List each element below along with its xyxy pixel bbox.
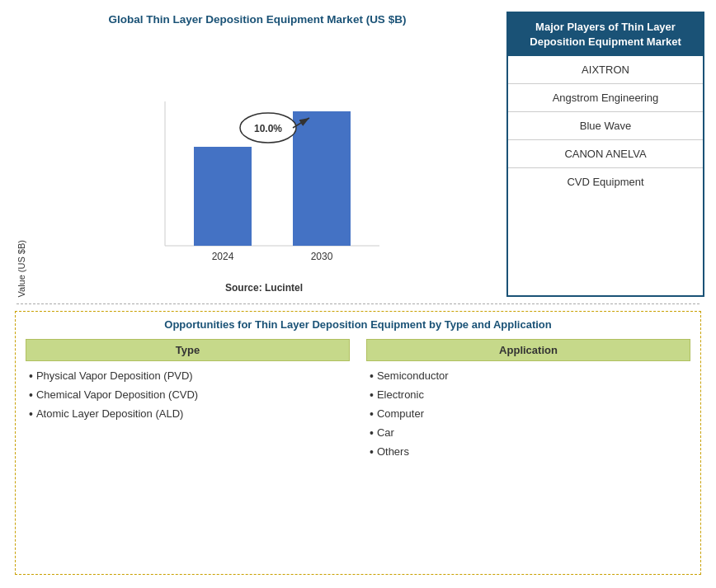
top-section: Global Thin Layer Deposition Equipment M… <box>8 8 708 297</box>
app-item-label-4: Car <box>377 425 394 441</box>
bottom-section: Opportunities for Thin Layer Deposition … <box>15 311 701 575</box>
x-label-2024: 2024 <box>212 251 234 262</box>
type-column: Type • Physical Vapor Deposition (PVD) •… <box>26 339 350 463</box>
y-axis-label: Value (US $B) <box>16 223 26 298</box>
player-item-1: AIXTRON <box>508 56 703 84</box>
app-item-4: • Car <box>370 425 690 442</box>
bullet-3: • <box>29 406 33 423</box>
chart-container: Value (US $B) 2024 <box>16 32 498 297</box>
player-item-3: Blue Wave <box>508 112 703 140</box>
main-container: Global Thin Layer Deposition Equipment M… <box>0 0 716 588</box>
bar-2024 <box>194 147 252 246</box>
type-header: Type <box>26 339 350 361</box>
type-item-2: • Chemical Vapor Deposition (CVD) <box>29 387 350 404</box>
app-item-label-2: Electronic <box>377 387 424 403</box>
type-item-3: • Atomic Layer Deposition (ALD) <box>29 406 350 423</box>
application-header: Application <box>366 339 690 361</box>
bottom-title: Opportunities for Thin Layer Deposition … <box>26 318 690 331</box>
x-label-2030: 2030 <box>311 251 333 262</box>
app-item-3: • Computer <box>370 406 690 423</box>
type-items: • Physical Vapor Deposition (PVD) • Chem… <box>26 368 350 425</box>
app-bullet-5: • <box>370 444 374 461</box>
cagr-label: 10.0% <box>254 123 282 134</box>
chart-title: Global Thin Layer Deposition Equipment M… <box>16 13 498 26</box>
chart-area: Global Thin Layer Deposition Equipment M… <box>8 8 506 297</box>
app-bullet-4: • <box>370 425 374 442</box>
application-items: • Semiconductor • Electronic • Computer … <box>366 368 690 463</box>
app-bullet-1: • <box>370 368 374 385</box>
source-text: Source: Lucintel <box>30 277 498 297</box>
columns-container: Type • Physical Vapor Deposition (PVD) •… <box>26 339 690 463</box>
chart-svg: 2024 2030 10.0% <box>30 93 498 275</box>
app-item-2: • Electronic <box>370 387 690 404</box>
app-item-label-3: Computer <box>377 406 424 422</box>
chart-inner: 2024 2030 10.0% <box>30 93 498 297</box>
bar-2030 <box>293 111 351 246</box>
players-header: Major Players of Thin Layer Deposition E… <box>508 13 703 56</box>
type-item-1: • Physical Vapor Deposition (PVD) <box>29 368 350 385</box>
app-item-label-1: Semiconductor <box>377 368 449 384</box>
player-item-5: CVD Equipment <box>508 168 703 195</box>
app-bullet-2: • <box>370 387 374 404</box>
bullet-1: • <box>29 368 33 385</box>
application-column: Application • Semiconductor • Electronic… <box>366 339 690 463</box>
player-item-2: Angstrom Engineering <box>508 84 703 112</box>
bullet-2: • <box>29 387 33 404</box>
app-bullet-3: • <box>370 406 374 423</box>
app-item-label-5: Others <box>377 444 409 460</box>
type-item-label-2: Chemical Vapor Deposition (CVD) <box>36 387 198 403</box>
app-item-5: • Others <box>370 444 690 461</box>
players-panel: Major Players of Thin Layer Deposition E… <box>506 12 704 297</box>
section-divider <box>16 303 700 304</box>
type-item-label-3: Atomic Layer Deposition (ALD) <box>36 406 183 422</box>
type-item-label-1: Physical Vapor Deposition (PVD) <box>36 368 193 384</box>
chart-svg-container: 2024 2030 10.0% <box>30 93 498 277</box>
player-item-4: CANON ANELVA <box>508 140 703 168</box>
app-item-1: • Semiconductor <box>370 368 690 385</box>
